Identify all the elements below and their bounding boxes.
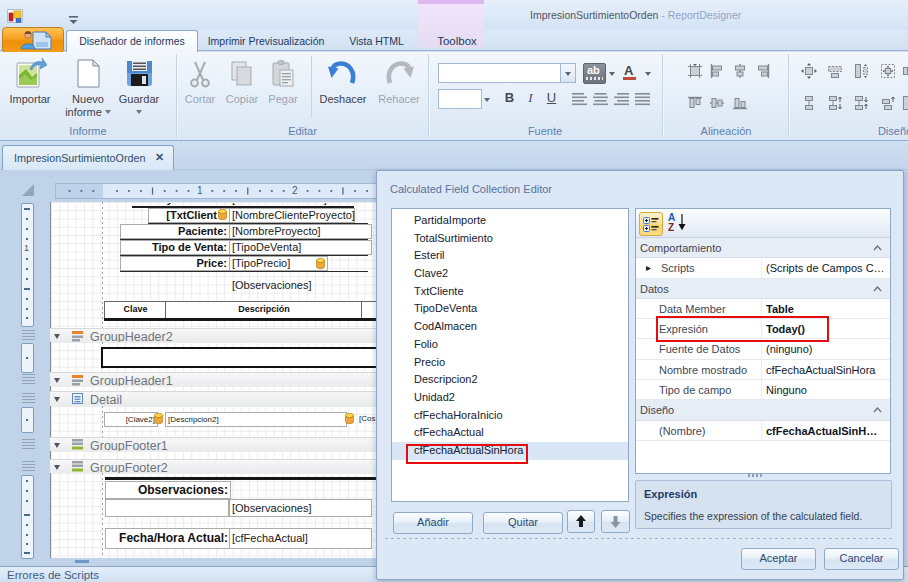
svg-text:Z: Z bbox=[668, 222, 674, 232]
